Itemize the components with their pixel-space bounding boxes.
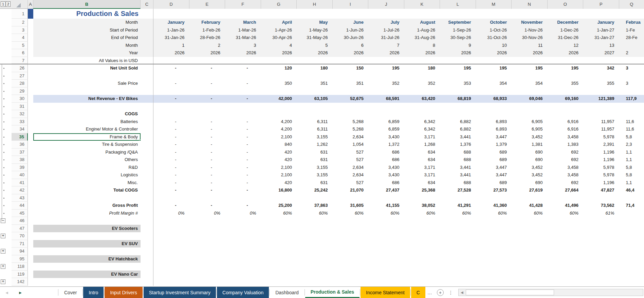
cell-G39[interactable]: 2,100	[261, 164, 297, 172]
cell-J71[interactable]	[368, 240, 404, 248]
cell-P1[interactable]	[583, 9, 619, 19]
cell-B27[interactable]	[33, 72, 141, 80]
cell-I7[interactable]	[333, 57, 369, 64]
cell-C1[interactable]	[141, 9, 153, 19]
cell-Q47[interactable]	[619, 225, 644, 233]
cell-Q31[interactable]	[619, 103, 644, 111]
cell-E31[interactable]	[189, 103, 225, 111]
cell-A36[interactable]	[28, 141, 33, 148]
cell-N27[interactable]	[512, 72, 548, 80]
cell-G31[interactable]	[261, 103, 297, 111]
cell-M28[interactable]: 354	[476, 80, 512, 87]
cell-E1[interactable]	[189, 9, 225, 19]
cell-G32[interactable]	[261, 110, 297, 118]
sheet-tab-dashboard[interactable]: Dashboard	[270, 287, 304, 298]
cell-A35[interactable]	[28, 133, 33, 141]
cell-J32[interactable]	[368, 110, 404, 118]
cell-H118[interactable]	[297, 263, 333, 271]
cell-B34[interactable]: Engine/ Motor & Controller	[33, 125, 141, 133]
cell-E95[interactable]	[189, 255, 225, 263]
cell-O94[interactable]	[548, 247, 584, 255]
cell-I36[interactable]: 1,054	[333, 141, 369, 148]
cell-J2[interactable]: July	[368, 19, 404, 26]
cell-Q95[interactable]	[619, 255, 644, 263]
cell-Q6[interactable]: 2	[619, 49, 644, 57]
row-header-42[interactable]: 42	[12, 186, 28, 194]
column-header-G[interactable]: G	[261, 0, 297, 9]
cell-H44[interactable]: 37,863	[297, 202, 333, 210]
cell-E3[interactable]: 1-Feb-26	[189, 26, 225, 34]
selection-fill-handle[interactable]	[139, 139, 141, 141]
cell-N34[interactable]: 6,905	[512, 125, 548, 133]
cell-K4[interactable]: 31-Aug-26	[404, 34, 440, 42]
cell-Q45[interactable]	[619, 210, 644, 217]
column-header-F[interactable]: F	[225, 0, 261, 9]
cell-J33[interactable]: 6,859	[368, 118, 404, 126]
cell-O36[interactable]: 1,383	[548, 141, 584, 148]
cell-G142[interactable]	[261, 278, 297, 286]
cell-B4[interactable]: End of Period	[33, 34, 141, 42]
outline-expand-button-row-94[interactable]: +	[1, 249, 5, 254]
sheet-tab-input-drivers[interactable]: Input Drivers	[105, 287, 142, 298]
cell-L70[interactable]	[440, 232, 476, 240]
outline-expand-button-row-118[interactable]: +	[1, 264, 5, 269]
prev-sheet-arrow-icon[interactable]: ◂	[0, 290, 14, 296]
cell-P142[interactable]	[583, 278, 619, 286]
cell-A6[interactable]	[28, 49, 33, 57]
outline-level-button-1[interactable]: 1	[1, 1, 5, 7]
column-header-N[interactable]: N	[512, 0, 548, 9]
cell-H30[interactable]: 63,105	[297, 95, 333, 103]
cell-L33[interactable]: 6,882	[440, 118, 476, 126]
cell-K35[interactable]: 3,171	[404, 133, 440, 141]
cell-C95[interactable]	[141, 255, 153, 263]
cell-E37[interactable]: -	[189, 148, 225, 156]
cell-H40[interactable]: 3,155	[297, 171, 333, 179]
cell-L47[interactable]	[440, 225, 476, 233]
cell-L94[interactable]	[440, 247, 476, 255]
cell-G40[interactable]: 2,100	[261, 171, 297, 179]
cell-D29[interactable]	[153, 87, 189, 95]
cell-F40[interactable]: -	[225, 171, 261, 179]
cell-M47[interactable]	[476, 225, 512, 233]
cell-B5[interactable]: Month	[33, 42, 141, 49]
cell-P37[interactable]: 1,196	[583, 148, 619, 156]
cell-C30[interactable]	[141, 95, 153, 103]
cell-P29[interactable]	[583, 87, 619, 95]
cell-N33[interactable]: 6,905	[512, 118, 548, 126]
cell-H47[interactable]	[297, 225, 333, 233]
cell-A27[interactable]	[28, 72, 33, 80]
column-header-P[interactable]: P	[583, 0, 619, 9]
cell-F36[interactable]: -	[225, 141, 261, 148]
cell-K36[interactable]: 1,268	[404, 141, 440, 148]
row-header-43[interactable]: 43	[12, 194, 28, 202]
sheet-tab-startup-investment-summary[interactable]: Startup Investment Summary	[144, 287, 216, 298]
cell-F32[interactable]	[225, 110, 261, 118]
cell-P94[interactable]	[583, 247, 619, 255]
cell-B142[interactable]	[33, 278, 141, 286]
cell-P95[interactable]	[583, 255, 619, 263]
cell-L4[interactable]: 30-Sep-26	[440, 34, 476, 42]
cell-L46[interactable]	[440, 217, 476, 225]
cell-L43[interactable]	[440, 194, 476, 202]
cell-Q37[interactable]: 1,1	[619, 148, 644, 156]
cell-J31[interactable]	[368, 103, 404, 111]
cell-I32[interactable]	[333, 110, 369, 118]
cell-M46[interactable]	[476, 217, 512, 225]
cell-H7[interactable]	[297, 57, 333, 64]
cell-J36[interactable]: 1,372	[368, 141, 404, 148]
cell-G29[interactable]	[261, 87, 297, 95]
cell-Q34[interactable]: 11,6	[619, 125, 644, 133]
cell-G45[interactable]: 60%	[261, 210, 297, 217]
cell-E26[interactable]: -	[189, 64, 225, 72]
cell-C32[interactable]	[141, 110, 153, 118]
cell-K47[interactable]	[404, 225, 440, 233]
horizontal-scrollbar[interactable]: ◀	[458, 289, 643, 296]
cell-N47[interactable]	[512, 225, 548, 233]
cell-J38[interactable]: 686	[368, 156, 404, 164]
cell-L5[interactable]: 9	[440, 42, 476, 49]
cell-G30[interactable]: 42,000	[261, 95, 297, 103]
cell-N45[interactable]: 60%	[512, 210, 548, 217]
cell-F5[interactable]: 3	[225, 42, 261, 49]
cell-L38[interactable]: 688	[440, 156, 476, 164]
cell-P6[interactable]: 2027	[583, 49, 619, 57]
